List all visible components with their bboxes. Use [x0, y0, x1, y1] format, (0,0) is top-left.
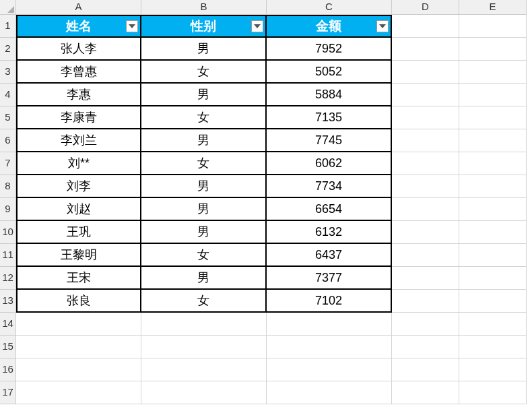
cell-c6[interactable]: 7745 [267, 129, 392, 152]
cell-c17[interactable] [267, 381, 392, 404]
cell-d6[interactable] [392, 129, 459, 152]
cell-e16[interactable] [459, 358, 527, 381]
cell-b5[interactable]: 女 [141, 106, 267, 129]
col-header-b[interactable]: B [141, 0, 267, 15]
cell-c13[interactable]: 7102 [267, 290, 392, 313]
cell-a11[interactable]: 王黎明 [16, 244, 141, 267]
cell-a2[interactable]: 张人李 [16, 38, 141, 61]
row-header-15[interactable]: 15 [0, 336, 16, 358]
row-header-14[interactable]: 14 [0, 313, 16, 336]
cell-d17[interactable] [392, 381, 459, 404]
cell-e5[interactable] [459, 106, 527, 129]
cell-d16[interactable] [392, 358, 459, 381]
cell-a7[interactable]: 刘** [16, 152, 141, 175]
cell-c3[interactable]: 5052 [267, 61, 392, 84]
cell-e11[interactable] [459, 244, 527, 267]
select-all-corner[interactable] [0, 0, 16, 15]
cell-b15[interactable] [141, 336, 267, 358]
cell-e12[interactable] [459, 267, 527, 290]
cell-a6[interactable]: 李刘兰 [16, 129, 141, 152]
cell-c4[interactable]: 5884 [267, 84, 392, 106]
cell-b2[interactable]: 男 [141, 38, 267, 61]
cell-d2[interactable] [392, 38, 459, 61]
cell-a5[interactable]: 李康青 [16, 106, 141, 129]
cell-e10[interactable] [459, 221, 527, 244]
cell-d13[interactable] [392, 290, 459, 313]
table-header-amount[interactable]: 金额 [267, 15, 392, 38]
cell-e8[interactable] [459, 175, 527, 198]
cell-b12[interactable]: 男 [141, 267, 267, 290]
cell-c16[interactable] [267, 358, 392, 381]
col-header-e[interactable]: E [459, 0, 527, 15]
cell-b14[interactable] [141, 313, 267, 336]
cell-a14[interactable] [16, 313, 141, 336]
row-header-1[interactable]: 1 [0, 15, 16, 38]
cell-b4[interactable]: 男 [141, 84, 267, 106]
cell-e7[interactable] [459, 152, 527, 175]
cell-a12[interactable]: 王宋 [16, 267, 141, 290]
cell-e6[interactable] [459, 129, 527, 152]
cell-c7[interactable]: 6062 [267, 152, 392, 175]
col-header-c[interactable]: C [267, 0, 392, 15]
cell-b8[interactable]: 男 [141, 175, 267, 198]
cell-c10[interactable]: 6132 [267, 221, 392, 244]
cell-b3[interactable]: 女 [141, 61, 267, 84]
cell-c9[interactable]: 6654 [267, 198, 392, 221]
cell-d8[interactable] [392, 175, 459, 198]
row-header-3[interactable]: 3 [0, 61, 16, 84]
cell-c5[interactable]: 7135 [267, 106, 392, 129]
cell-d12[interactable] [392, 267, 459, 290]
cell-b6[interactable]: 男 [141, 129, 267, 152]
filter-button-amount[interactable] [376, 20, 389, 32]
table-header-gender[interactable]: 性别 [141, 15, 267, 38]
cell-b13[interactable]: 女 [141, 290, 267, 313]
row-header-7[interactable]: 7 [0, 152, 16, 175]
cell-b16[interactable] [141, 358, 267, 381]
cell-a10[interactable]: 王巩 [16, 221, 141, 244]
cell-e14[interactable] [459, 313, 527, 336]
cell-d1[interactable] [392, 15, 459, 38]
cell-d11[interactable] [392, 244, 459, 267]
cell-e2[interactable] [459, 38, 527, 61]
cell-d15[interactable] [392, 336, 459, 358]
table-header-name[interactable]: 姓名 [16, 15, 141, 38]
row-header-11[interactable]: 11 [0, 244, 16, 267]
row-header-9[interactable]: 9 [0, 198, 16, 221]
cell-e4[interactable] [459, 84, 527, 106]
cell-b11[interactable]: 女 [141, 244, 267, 267]
col-header-d[interactable]: D [392, 0, 459, 15]
cell-b10[interactable]: 男 [141, 221, 267, 244]
cell-a15[interactable] [16, 336, 141, 358]
cell-d9[interactable] [392, 198, 459, 221]
row-header-17[interactable]: 17 [0, 381, 16, 404]
filter-button-gender[interactable] [251, 20, 263, 32]
cell-c14[interactable] [267, 313, 392, 336]
cell-e9[interactable] [459, 198, 527, 221]
row-header-10[interactable]: 10 [0, 221, 16, 244]
cell-a4[interactable]: 李惠 [16, 84, 141, 106]
row-header-5[interactable]: 5 [0, 106, 16, 129]
cell-a16[interactable] [16, 358, 141, 381]
cell-e15[interactable] [459, 336, 527, 358]
cell-c12[interactable]: 7377 [267, 267, 392, 290]
cell-d7[interactable] [392, 152, 459, 175]
cell-c2[interactable]: 7952 [267, 38, 392, 61]
col-header-a[interactable]: A [16, 0, 141, 15]
cell-d10[interactable] [392, 221, 459, 244]
cell-e1[interactable] [459, 15, 527, 38]
row-header-6[interactable]: 6 [0, 129, 16, 152]
row-header-2[interactable]: 2 [0, 38, 16, 61]
row-header-4[interactable]: 4 [0, 84, 16, 106]
cell-c8[interactable]: 7734 [267, 175, 392, 198]
cell-a13[interactable]: 张良 [16, 290, 141, 313]
row-header-13[interactable]: 13 [0, 290, 16, 313]
cell-e13[interactable] [459, 290, 527, 313]
cell-a3[interactable]: 李曾惠 [16, 61, 141, 84]
cell-d4[interactable] [392, 84, 459, 106]
cell-d3[interactable] [392, 61, 459, 84]
cell-b7[interactable]: 女 [141, 152, 267, 175]
cell-b17[interactable] [141, 381, 267, 404]
row-header-8[interactable]: 8 [0, 175, 16, 198]
cell-d14[interactable] [392, 313, 459, 336]
filter-button-name[interactable] [126, 20, 138, 32]
